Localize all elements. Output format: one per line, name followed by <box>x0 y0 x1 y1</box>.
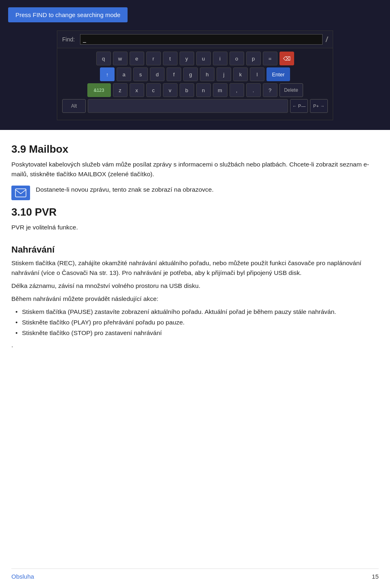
key-t[interactable]: t <box>163 52 178 65</box>
key-space[interactable] <box>88 99 288 113</box>
key-p[interactable]: p <box>246 52 261 65</box>
keyboard-row-4: Alt ← P— P+ → <box>62 99 328 113</box>
footer-label: Obsluha <box>11 573 34 580</box>
key-i[interactable]: i <box>213 52 228 65</box>
key-delete[interactable]: Delete <box>280 83 303 97</box>
pvr-bullet-list: Stiskem tlačítka (PAUSE) zastavíte zobra… <box>15 307 379 338</box>
mailbox-para1: Poskytovatel kabelových služeb vám může … <box>11 160 379 179</box>
key-k[interactable]: k <box>233 67 248 81</box>
key-f[interactable]: f <box>167 67 181 81</box>
key-d[interactable]: d <box>150 67 165 81</box>
key-period[interactable]: . <box>246 83 261 97</box>
key-next[interactable]: P+ → <box>310 99 328 113</box>
tooltip-banner: Press FIND to change searching mode <box>8 7 128 22</box>
key-u[interactable]: u <box>196 52 211 65</box>
keyboard-screen: Find: / q w e r t y u i o p = ⌫ <box>57 30 333 120</box>
section-mailbox-heading: 3.9 Mailbox <box>11 143 379 156</box>
keyboard-row-3: &123 z x c v b n m , . ? Delete <box>62 83 328 97</box>
key-a[interactable]: a <box>117 67 131 81</box>
key-h[interactable]: h <box>200 67 214 81</box>
key-shift[interactable]: ↑ <box>100 67 115 81</box>
find-bar: Find: / <box>57 31 333 48</box>
mail-icon <box>11 186 30 200</box>
key-b[interactable]: b <box>180 83 194 97</box>
footer-page: 15 <box>372 573 379 580</box>
key-j[interactable]: j <box>217 67 231 81</box>
key-y[interactable]: y <box>180 52 194 65</box>
key-m[interactable]: m <box>213 83 228 97</box>
key-e[interactable]: e <box>130 52 144 65</box>
keyboard-row-2: ↑ a s d f g h j k l Enter <box>62 67 328 81</box>
find-slash: / <box>325 35 329 44</box>
section-pvr-heading: 3.10 PVR <box>11 206 379 218</box>
key-w[interactable]: w <box>113 52 128 65</box>
key-enter[interactable]: Enter <box>266 67 290 81</box>
key-q[interactable]: q <box>96 52 111 65</box>
keyboard: q w e r t y u i o p = ⌫ ↑ a s d f g <box>57 48 333 120</box>
pvr-sub1: PVR je volitelná funkce. <box>11 223 379 232</box>
pvr-para3: Během nahrávání můžete provádět následuj… <box>11 294 379 304</box>
key-backspace[interactable]: ⌫ <box>280 52 294 65</box>
mailbox-icon-row: Dostanete-li novou zprávu, tento znak se… <box>11 185 379 200</box>
find-input[interactable] <box>80 34 323 45</box>
key-x[interactable]: x <box>130 83 144 97</box>
pvr-para2: Délka záznamu, závisí na množství volnéh… <box>11 281 379 291</box>
key-equals[interactable]: = <box>263 52 277 65</box>
key-question[interactable]: ? <box>263 83 277 97</box>
key-alt[interactable]: Alt <box>62 99 86 113</box>
nahravani-para: Stiskem tlačítka (REC), zahájíte okamžit… <box>11 258 379 278</box>
svg-rect-0 <box>15 189 26 197</box>
mailbox-mail-caption: Dostanete-li novou zprávu, tento znak se… <box>36 185 214 195</box>
key-z[interactable]: z <box>113 83 128 97</box>
key-c[interactable]: c <box>146 83 161 97</box>
screen-area: Press FIND to change searching mode Find… <box>0 0 390 130</box>
footer: Obsluha 15 <box>11 569 379 580</box>
key-r[interactable]: r <box>146 52 161 65</box>
list-item: Stiskněte tlačítko (PLAY) pro přehrávání… <box>15 318 379 327</box>
key-n[interactable]: n <box>196 83 211 97</box>
key-g[interactable]: g <box>183 67 198 81</box>
key-v[interactable]: v <box>163 83 178 97</box>
find-label: Find: <box>62 36 77 43</box>
key-prev[interactable]: ← P— <box>290 99 308 113</box>
key-o[interactable]: o <box>230 52 244 65</box>
keyboard-row-1: q w e r t y u i o p = ⌫ <box>62 52 328 65</box>
nahravani-heading: Nahrávání <box>11 244 379 255</box>
key-symbols[interactable]: &123 <box>87 83 111 97</box>
list-item: Stiskněte tlačítko (STOP) pro zastavení … <box>15 328 379 338</box>
content-area: 3.9 Mailbox Poskytovatel kabelových služ… <box>0 130 390 378</box>
key-comma[interactable]: , <box>230 83 244 97</box>
list-item: Stiskem tlačítka (PAUSE) zastavíte zobra… <box>15 307 379 317</box>
key-l[interactable]: l <box>250 67 264 81</box>
key-s[interactable]: s <box>133 67 148 81</box>
pvr-dot: . <box>11 340 379 350</box>
